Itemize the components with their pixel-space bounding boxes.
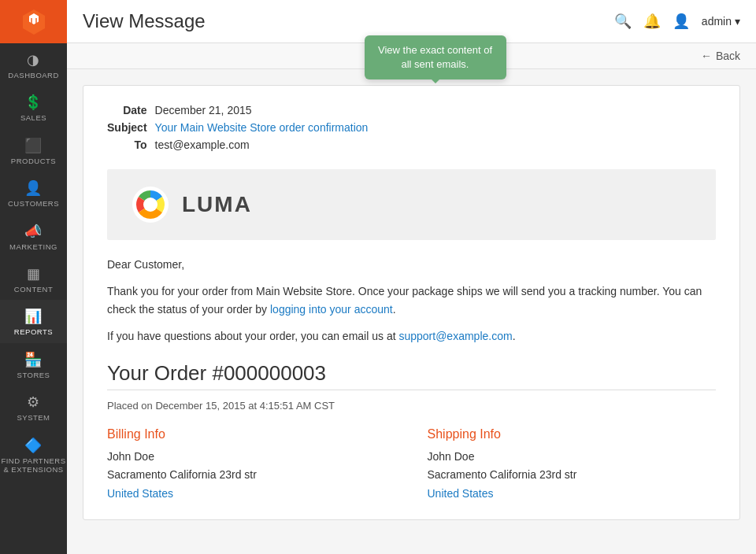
customers-icon: 👤 xyxy=(24,179,43,197)
order-divider xyxy=(107,390,716,390)
sidebar-item-label: CUSTOMERS xyxy=(8,199,59,208)
sidebar-item-products[interactable]: ⬛ PRODUCTS xyxy=(0,129,67,172)
email-meta-table: Date December 21, 2015 Subject Your Main… xyxy=(107,102,376,153)
arrow-left-icon: ← xyxy=(701,50,712,62)
tooltip: View the exact content of all sent email… xyxy=(365,35,506,79)
billing-address: John Doe Sacramento California 23rd str … xyxy=(107,448,396,504)
sidebar-item-customers[interactable]: 👤 CUSTOMERS xyxy=(0,172,67,214)
billing-street: Sacramento California 23rd str xyxy=(107,468,257,481)
marketing-icon: 📣 xyxy=(24,223,43,240)
system-icon: ⚙ xyxy=(27,393,40,411)
svg-point-1 xyxy=(143,198,158,212)
to-value: test@example.com xyxy=(155,136,376,153)
billing-country: United States xyxy=(107,487,173,500)
sidebar-item-label: CONTENT xyxy=(14,285,53,294)
to-label: To xyxy=(107,136,155,153)
email-body-p1: Thank you for your order from Main Websi… xyxy=(107,283,716,318)
email-viewer: Date December 21, 2015 Subject Your Main… xyxy=(83,85,740,520)
sidebar-item-label: SYSTEM xyxy=(17,413,50,422)
email-meta: Date December 21, 2015 Subject Your Main… xyxy=(107,102,716,153)
order-placed-date: Placed on December 15, 2015 at 4:15:51 A… xyxy=(107,400,716,412)
partners-icon: 🔷 xyxy=(24,437,43,454)
sidebar-item-label: DASHBOARD xyxy=(8,71,59,79)
login-link[interactable]: logging into your account xyxy=(270,303,393,316)
sidebar: ◑ DASHBOARD 💲 SALES ⬛ PRODUCTS 👤 CUSTOME… xyxy=(0,0,67,554)
toolbar: View the exact content of all sent email… xyxy=(67,43,756,69)
luma-logo-icon xyxy=(131,185,170,224)
shipping-address: John Doe Sacramento California 23rd str … xyxy=(428,448,717,504)
chevron-down-icon: ▾ xyxy=(735,15,740,28)
shipping-name: John Doe xyxy=(428,450,475,463)
billing-name: John Doe xyxy=(107,450,154,463)
sidebar-item-label: STORES xyxy=(17,371,50,379)
luma-header: LUMA xyxy=(107,169,716,240)
order-number-heading: Your Order #000000003 xyxy=(107,361,716,386)
subject-link[interactable]: Your Main Website Store order confirmati… xyxy=(155,121,369,134)
email-body: Dear Customer, Thank you for your order … xyxy=(107,256,716,345)
admin-menu[interactable]: admin ▾ xyxy=(702,15,740,28)
sidebar-item-system[interactable]: ⚙ SYSTEM xyxy=(0,386,67,428)
sidebar-item-label: SALES xyxy=(20,113,46,122)
email-body-p2: If you have questions about your order, … xyxy=(107,327,716,345)
content-icon: ▦ xyxy=(27,265,41,283)
sales-icon: 💲 xyxy=(24,94,43,111)
dashboard-icon: ◑ xyxy=(27,51,40,68)
subject-value: Your Main Website Store order confirmati… xyxy=(155,119,376,136)
sidebar-item-label: FIND PARTNERS & EXTENSIONS xyxy=(0,456,67,475)
shipping-street: Sacramento California 23rd str xyxy=(428,468,577,481)
header-actions: 🔍 🔔 👤 admin ▾ xyxy=(614,13,740,30)
address-columns: Billing Info John Doe Sacramento Califor… xyxy=(107,427,716,504)
content-area: Date December 21, 2015 Subject Your Main… xyxy=(67,69,756,554)
billing-heading: Billing Info xyxy=(107,427,396,441)
billing-info-col: Billing Info John Doe Sacramento Califor… xyxy=(107,427,396,504)
luma-brand-text: LUMA xyxy=(182,192,252,217)
page-title: View Message xyxy=(83,10,206,32)
email-greeting: Dear Customer, xyxy=(107,256,716,273)
notification-icon[interactable]: 🔔 xyxy=(643,13,661,30)
search-icon[interactable]: 🔍 xyxy=(614,13,632,30)
sidebar-item-label: PRODUCTS xyxy=(11,157,56,165)
magento-logo-icon xyxy=(20,8,48,36)
sidebar-item-find-partners[interactable]: 🔷 FIND PARTNERS & EXTENSIONS xyxy=(0,429,67,481)
date-value: December 21, 2015 xyxy=(155,102,376,119)
sidebar-logo xyxy=(0,0,67,43)
stores-icon: 🏪 xyxy=(24,351,43,368)
subject-label: Subject xyxy=(107,119,155,136)
sidebar-item-label: REPORTS xyxy=(14,327,53,336)
back-button[interactable]: ← Back xyxy=(701,50,740,62)
main-area: View Message 🔍 🔔 👤 admin ▾ View the exac… xyxy=(67,0,756,554)
reports-icon: 📊 xyxy=(24,308,43,325)
products-icon: ⬛ xyxy=(24,137,43,154)
sidebar-item-reports[interactable]: 📊 REPORTS xyxy=(0,300,67,342)
sidebar-item-stores[interactable]: 🏪 STORES xyxy=(0,343,67,386)
sidebar-item-label: MARKETING xyxy=(9,242,57,251)
shipping-heading: Shipping Info xyxy=(428,427,717,441)
sidebar-item-sales[interactable]: 💲 SALES xyxy=(0,86,67,128)
sidebar-item-content[interactable]: ▦ CONTENT xyxy=(0,257,67,300)
sidebar-item-dashboard[interactable]: ◑ DASHBOARD xyxy=(0,43,67,86)
shipping-info-col: Shipping Info John Doe Sacramento Califo… xyxy=(428,427,717,504)
sidebar-item-marketing[interactable]: 📣 MARKETING xyxy=(0,215,67,257)
user-icon: 👤 xyxy=(673,13,690,30)
date-label: Date xyxy=(107,102,155,119)
support-email-link[interactable]: support@example.com xyxy=(398,330,512,342)
shipping-country: United States xyxy=(428,487,494,500)
